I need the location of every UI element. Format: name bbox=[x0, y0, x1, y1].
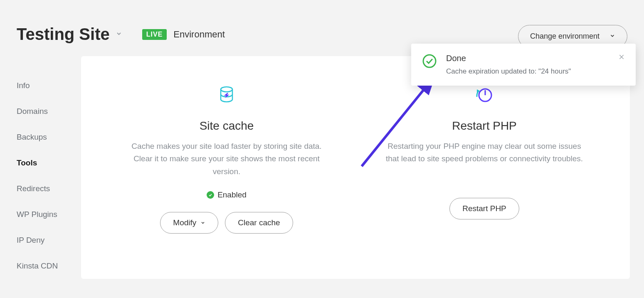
sidebar-item-info[interactable]: Info bbox=[17, 73, 81, 99]
toast-title: Done bbox=[446, 54, 609, 63]
cache-status-label: Enabled bbox=[217, 190, 247, 199]
clear-cache-button[interactable]: Clear cache bbox=[225, 212, 293, 234]
sidebar-item-tools[interactable]: Tools bbox=[17, 150, 81, 176]
sidebar-item-backups[interactable]: Backups bbox=[17, 124, 81, 150]
site-title: Testing Site bbox=[17, 25, 110, 44]
live-badge: LIVE bbox=[142, 29, 167, 40]
restart-icon bbox=[474, 85, 494, 107]
site-cache-card: Site cache Cache makes your site load fa… bbox=[98, 85, 355, 237]
toast-notification: Done Cache expiration updated to: "24 ho… bbox=[411, 44, 636, 86]
svg-point-6 bbox=[423, 55, 436, 67]
modify-label: Modify bbox=[173, 218, 196, 227]
chevron-down-icon[interactable] bbox=[116, 30, 122, 39]
change-environment-label: Change environment bbox=[530, 32, 600, 41]
restart-php-title: Restart PHP bbox=[452, 119, 517, 133]
modify-cache-button[interactable]: Modify bbox=[160, 212, 218, 234]
sidebar-item-ip-deny[interactable]: IP Deny bbox=[17, 227, 81, 253]
restart-php-card: Restart PHP Restarting your PHP engine m… bbox=[355, 85, 613, 237]
close-icon[interactable] bbox=[618, 54, 625, 62]
site-cache-description: Cache makes your site load faster by sto… bbox=[123, 140, 331, 178]
environment-label: Environment bbox=[173, 29, 225, 40]
success-check-icon bbox=[422, 54, 437, 69]
sidebar-item-wp-plugins[interactable]: WP Plugins bbox=[17, 202, 81, 227]
cache-icon bbox=[217, 85, 237, 107]
cache-status: Enabled bbox=[207, 190, 247, 199]
chevron-down-icon bbox=[609, 33, 615, 40]
svg-point-0 bbox=[221, 87, 232, 92]
site-cache-title: Site cache bbox=[200, 119, 254, 133]
restart-php-description: Restarting your PHP engine may clear out… bbox=[380, 140, 588, 165]
content-panel: Site cache Cache makes your site load fa… bbox=[81, 56, 630, 279]
restart-php-button[interactable]: Restart PHP bbox=[449, 198, 519, 219]
check-icon bbox=[207, 191, 214, 199]
toast-message: Cache expiration updated to: "24 hours" bbox=[446, 67, 609, 76]
sidebar-item-domains[interactable]: Domains bbox=[17, 99, 81, 124]
sidebar: Info Domains Backups Tools Redirects WP … bbox=[17, 56, 81, 279]
sidebar-item-kinsta-cdn[interactable]: Kinsta CDN bbox=[17, 253, 81, 279]
sidebar-item-redirects[interactable]: Redirects bbox=[17, 176, 81, 202]
clear-cache-label: Clear cache bbox=[238, 218, 280, 227]
restart-php-label: Restart PHP bbox=[462, 204, 506, 213]
chevron-down-icon bbox=[200, 218, 205, 227]
